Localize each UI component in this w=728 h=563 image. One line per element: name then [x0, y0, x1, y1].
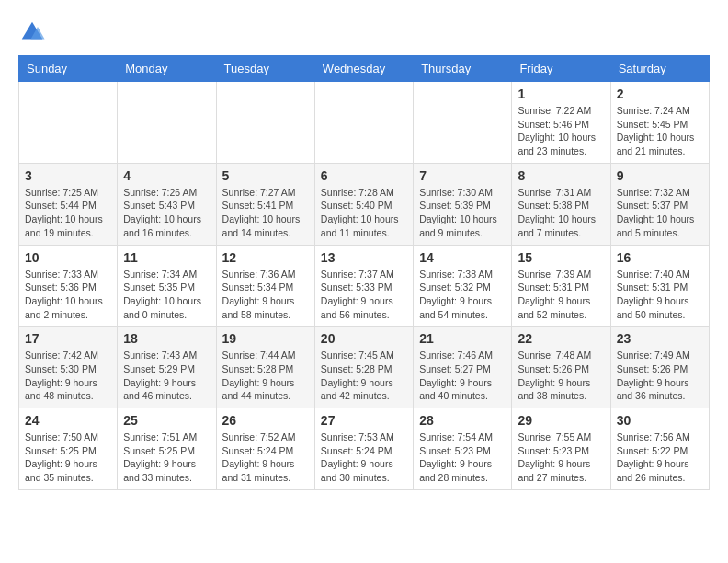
day-number: 5: [222, 168, 309, 183]
calendar-cell: 10Sunrise: 7:33 AM Sunset: 5:36 PM Dayli…: [19, 245, 118, 327]
day-info: Sunrise: 7:24 AM Sunset: 5:45 PM Dayligh…: [617, 104, 703, 158]
calendar-cell: [216, 82, 314, 164]
calendar-header: SundayMondayTuesdayWednesdayThursdayFrid…: [19, 56, 710, 82]
day-number: 28: [419, 413, 506, 428]
day-number: 25: [123, 413, 210, 428]
calendar-cell: 26Sunrise: 7:52 AM Sunset: 5:24 PM Dayli…: [216, 408, 314, 490]
calendar-cell: 5Sunrise: 7:27 AM Sunset: 5:41 PM Daylig…: [216, 163, 314, 245]
calendar-cell: 4Sunrise: 7:26 AM Sunset: 5:43 PM Daylig…: [118, 163, 216, 245]
calendar-body: 1Sunrise: 7:22 AM Sunset: 5:46 PM Daylig…: [19, 82, 710, 490]
day-info: Sunrise: 7:52 AM Sunset: 5:24 PM Dayligh…: [222, 431, 309, 485]
calendar-cell: 2Sunrise: 7:24 AM Sunset: 5:45 PM Daylig…: [610, 82, 709, 164]
day-number: 9: [617, 168, 703, 183]
day-info: Sunrise: 7:49 AM Sunset: 5:26 PM Dayligh…: [617, 349, 703, 403]
day-number: 3: [25, 168, 111, 183]
weekday-header-wednesday: Wednesday: [314, 56, 413, 82]
day-number: 18: [123, 331, 210, 346]
logo-icon: [18, 18, 46, 46]
day-info: Sunrise: 7:46 AM Sunset: 5:27 PM Dayligh…: [419, 349, 506, 403]
calendar-week-5: 24Sunrise: 7:50 AM Sunset: 5:25 PM Dayli…: [19, 408, 710, 490]
day-number: 15: [518, 250, 604, 265]
weekday-header-saturday: Saturday: [610, 56, 709, 82]
day-info: Sunrise: 7:56 AM Sunset: 5:22 PM Dayligh…: [617, 431, 703, 485]
calendar-cell: [414, 82, 512, 164]
day-info: Sunrise: 7:30 AM Sunset: 5:39 PM Dayligh…: [419, 186, 506, 240]
day-number: 24: [25, 413, 111, 428]
day-info: Sunrise: 7:26 AM Sunset: 5:43 PM Dayligh…: [123, 186, 210, 240]
day-number: 13: [321, 250, 407, 265]
weekday-row: SundayMondayTuesdayWednesdayThursdayFrid…: [19, 56, 710, 82]
day-number: 2: [617, 86, 703, 101]
calendar-cell: 13Sunrise: 7:37 AM Sunset: 5:33 PM Dayli…: [314, 245, 413, 327]
day-number: 12: [222, 250, 309, 265]
calendar-cell: 12Sunrise: 7:36 AM Sunset: 5:34 PM Dayli…: [216, 245, 314, 327]
calendar-cell: 25Sunrise: 7:51 AM Sunset: 5:25 PM Dayli…: [118, 408, 216, 490]
calendar-cell: 16Sunrise: 7:40 AM Sunset: 5:31 PM Dayli…: [610, 245, 709, 327]
calendar-cell: 20Sunrise: 7:45 AM Sunset: 5:28 PM Dayli…: [314, 327, 413, 408]
calendar-cell: 22Sunrise: 7:48 AM Sunset: 5:26 PM Dayli…: [512, 327, 610, 408]
day-info: Sunrise: 7:39 AM Sunset: 5:31 PM Dayligh…: [518, 268, 604, 322]
day-info: Sunrise: 7:32 AM Sunset: 5:37 PM Dayligh…: [617, 186, 703, 240]
calendar-week-3: 10Sunrise: 7:33 AM Sunset: 5:36 PM Dayli…: [19, 245, 710, 327]
day-info: Sunrise: 7:37 AM Sunset: 5:33 PM Dayligh…: [321, 268, 407, 322]
day-number: 23: [617, 331, 703, 346]
calendar-cell: 24Sunrise: 7:50 AM Sunset: 5:25 PM Dayli…: [19, 408, 118, 490]
day-number: 14: [419, 250, 506, 265]
calendar-cell: 8Sunrise: 7:31 AM Sunset: 5:38 PM Daylig…: [512, 163, 610, 245]
day-info: Sunrise: 7:53 AM Sunset: 5:24 PM Dayligh…: [321, 431, 407, 485]
calendar-cell: 29Sunrise: 7:55 AM Sunset: 5:23 PM Dayli…: [512, 408, 610, 490]
calendar-week-1: 1Sunrise: 7:22 AM Sunset: 5:46 PM Daylig…: [19, 82, 710, 164]
day-info: Sunrise: 7:55 AM Sunset: 5:23 PM Dayligh…: [518, 431, 604, 485]
calendar-cell: 19Sunrise: 7:44 AM Sunset: 5:28 PM Dayli…: [216, 327, 314, 408]
day-info: Sunrise: 7:51 AM Sunset: 5:25 PM Dayligh…: [123, 431, 210, 485]
day-info: Sunrise: 7:50 AM Sunset: 5:25 PM Dayligh…: [25, 431, 111, 485]
day-number: 7: [419, 168, 506, 183]
calendar-cell: 28Sunrise: 7:54 AM Sunset: 5:23 PM Dayli…: [414, 408, 512, 490]
day-number: 19: [222, 331, 309, 346]
day-info: Sunrise: 7:22 AM Sunset: 5:46 PM Dayligh…: [518, 104, 604, 158]
calendar-cell: 11Sunrise: 7:34 AM Sunset: 5:35 PM Dayli…: [118, 245, 216, 327]
day-info: Sunrise: 7:45 AM Sunset: 5:28 PM Dayligh…: [321, 349, 407, 403]
day-info: Sunrise: 7:33 AM Sunset: 5:36 PM Dayligh…: [25, 268, 111, 322]
calendar-cell: [118, 82, 216, 164]
calendar-cell: 7Sunrise: 7:30 AM Sunset: 5:39 PM Daylig…: [414, 163, 512, 245]
day-number: 21: [419, 331, 506, 346]
day-number: 1: [518, 86, 604, 101]
calendar-cell: 21Sunrise: 7:46 AM Sunset: 5:27 PM Dayli…: [414, 327, 512, 408]
day-number: 4: [123, 168, 210, 183]
day-number: 6: [321, 168, 407, 183]
logo: [18, 18, 51, 46]
day-number: 30: [617, 413, 703, 428]
day-info: Sunrise: 7:48 AM Sunset: 5:26 PM Dayligh…: [518, 349, 604, 403]
weekday-header-friday: Friday: [512, 56, 610, 82]
day-number: 26: [222, 413, 309, 428]
day-number: 10: [25, 250, 111, 265]
day-number: 11: [123, 250, 210, 265]
day-info: Sunrise: 7:25 AM Sunset: 5:44 PM Dayligh…: [25, 186, 111, 240]
calendar-cell: 15Sunrise: 7:39 AM Sunset: 5:31 PM Dayli…: [512, 245, 610, 327]
day-number: 17: [25, 331, 111, 346]
calendar-table: SundayMondayTuesdayWednesdayThursdayFrid…: [18, 55, 710, 490]
day-number: 22: [518, 331, 604, 346]
weekday-header-sunday: Sunday: [19, 56, 118, 82]
calendar-cell: [19, 82, 118, 164]
day-info: Sunrise: 7:36 AM Sunset: 5:34 PM Dayligh…: [222, 268, 309, 322]
day-info: Sunrise: 7:54 AM Sunset: 5:23 PM Dayligh…: [419, 431, 506, 485]
calendar-cell: 18Sunrise: 7:43 AM Sunset: 5:29 PM Dayli…: [118, 327, 216, 408]
calendar-cell: 30Sunrise: 7:56 AM Sunset: 5:22 PM Dayli…: [610, 408, 709, 490]
calendar-cell: 3Sunrise: 7:25 AM Sunset: 5:44 PM Daylig…: [19, 163, 118, 245]
day-info: Sunrise: 7:34 AM Sunset: 5:35 PM Dayligh…: [123, 268, 210, 322]
day-info: Sunrise: 7:38 AM Sunset: 5:32 PM Dayligh…: [419, 268, 506, 322]
calendar-cell: 9Sunrise: 7:32 AM Sunset: 5:37 PM Daylig…: [610, 163, 709, 245]
day-info: Sunrise: 7:44 AM Sunset: 5:28 PM Dayligh…: [222, 349, 309, 403]
calendar-week-4: 17Sunrise: 7:42 AM Sunset: 5:30 PM Dayli…: [19, 327, 710, 408]
day-info: Sunrise: 7:27 AM Sunset: 5:41 PM Dayligh…: [222, 186, 309, 240]
day-info: Sunrise: 7:43 AM Sunset: 5:29 PM Dayligh…: [123, 349, 210, 403]
weekday-header-thursday: Thursday: [414, 56, 512, 82]
weekday-header-monday: Monday: [118, 56, 216, 82]
weekday-header-tuesday: Tuesday: [216, 56, 314, 82]
calendar-week-2: 3Sunrise: 7:25 AM Sunset: 5:44 PM Daylig…: [19, 163, 710, 245]
calendar-cell: 6Sunrise: 7:28 AM Sunset: 5:40 PM Daylig…: [314, 163, 413, 245]
day-info: Sunrise: 7:31 AM Sunset: 5:38 PM Dayligh…: [518, 186, 604, 240]
calendar-cell: 23Sunrise: 7:49 AM Sunset: 5:26 PM Dayli…: [610, 327, 709, 408]
